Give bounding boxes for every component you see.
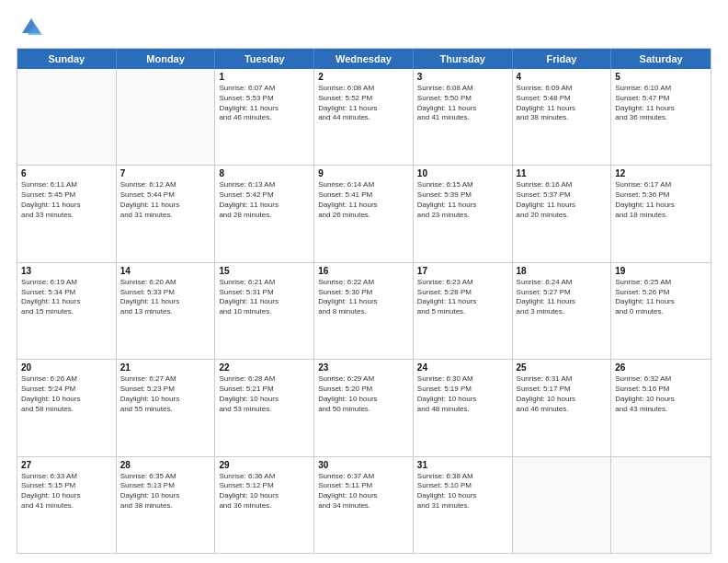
day-number: 3 — [417, 72, 508, 82]
day-info: Sunrise: 6:29 AM Sunset: 5:20 PM Dayligh… — [318, 374, 409, 414]
day-cell-16: 16Sunrise: 6:22 AM Sunset: 5:30 PM Dayli… — [314, 263, 414, 359]
day-number: 30 — [318, 460, 409, 470]
day-info: Sunrise: 6:14 AM Sunset: 5:41 PM Dayligh… — [318, 180, 409, 220]
day-info: Sunrise: 6:23 AM Sunset: 5:28 PM Dayligh… — [417, 278, 508, 317]
day-cell-25: 25Sunrise: 6:31 AM Sunset: 5:17 PM Dayli… — [513, 360, 612, 455]
day-number: 5 — [615, 72, 707, 82]
day-number: 31 — [417, 460, 508, 470]
weekday-header-tuesday: Tuesday — [215, 49, 314, 69]
day-number: 24 — [417, 362, 508, 373]
day-info: Sunrise: 6:37 AM Sunset: 5:11 PM Dayligh… — [318, 472, 409, 511]
day-cell-24: 24Sunrise: 6:30 AM Sunset: 5:19 PM Dayli… — [414, 360, 513, 455]
weekday-header-friday: Friday — [513, 49, 612, 69]
weekday-header-saturday: Saturday — [611, 49, 711, 69]
day-info: Sunrise: 6:24 AM Sunset: 5:27 PM Dayligh… — [517, 278, 608, 317]
day-cell-2: 2Sunrise: 6:08 AM Sunset: 5:52 PM Daylig… — [314, 69, 414, 165]
day-cell-8: 8Sunrise: 6:13 AM Sunset: 5:42 PM Daylig… — [215, 166, 314, 261]
empty-cell — [611, 457, 711, 553]
day-cell-7: 7Sunrise: 6:12 AM Sunset: 5:44 PM Daylig… — [117, 166, 216, 261]
week-row-5: 27Sunrise: 6:33 AM Sunset: 5:15 PM Dayli… — [17, 457, 711, 553]
day-cell-17: 17Sunrise: 6:23 AM Sunset: 5:28 PM Dayli… — [414, 263, 513, 359]
logo-icon — [18, 15, 44, 40]
day-cell-4: 4Sunrise: 6:09 AM Sunset: 5:48 PM Daylig… — [513, 69, 612, 165]
day-cell-22: 22Sunrise: 6:28 AM Sunset: 5:21 PM Dayli… — [215, 360, 314, 455]
day-cell-5: 5Sunrise: 6:10 AM Sunset: 5:47 PM Daylig… — [611, 69, 711, 165]
day-number: 4 — [517, 72, 608, 82]
day-cell-1: 1Sunrise: 6:07 AM Sunset: 5:53 PM Daylig… — [215, 69, 314, 165]
day-info: Sunrise: 6:36 AM Sunset: 5:12 PM Dayligh… — [219, 472, 310, 511]
day-cell-23: 23Sunrise: 6:29 AM Sunset: 5:20 PM Dayli… — [314, 360, 414, 455]
day-cell-21: 21Sunrise: 6:27 AM Sunset: 5:23 PM Dayli… — [117, 360, 216, 455]
day-number: 8 — [219, 168, 310, 178]
day-info: Sunrise: 6:30 AM Sunset: 5:19 PM Dayligh… — [417, 374, 508, 414]
day-info: Sunrise: 6:10 AM Sunset: 5:47 PM Dayligh… — [615, 84, 707, 123]
day-cell-27: 27Sunrise: 6:33 AM Sunset: 5:15 PM Dayli… — [17, 457, 117, 553]
calendar: SundayMondayTuesdayWednesdayThursdayFrid… — [17, 48, 711, 554]
weekday-header-thursday: Thursday — [414, 49, 513, 69]
day-number: 17 — [417, 266, 508, 276]
day-cell-10: 10Sunrise: 6:15 AM Sunset: 5:39 PM Dayli… — [414, 166, 513, 261]
day-number: 16 — [318, 266, 409, 276]
day-info: Sunrise: 6:31 AM Sunset: 5:17 PM Dayligh… — [517, 374, 608, 414]
day-info: Sunrise: 6:13 AM Sunset: 5:42 PM Dayligh… — [219, 180, 310, 220]
day-cell-31: 31Sunrise: 6:38 AM Sunset: 5:10 PM Dayli… — [414, 457, 513, 553]
empty-cell — [17, 69, 117, 165]
day-cell-3: 3Sunrise: 6:08 AM Sunset: 5:50 PM Daylig… — [414, 69, 513, 165]
day-number: 29 — [219, 460, 310, 470]
day-info: Sunrise: 6:33 AM Sunset: 5:15 PM Dayligh… — [21, 472, 112, 511]
day-cell-20: 20Sunrise: 6:26 AM Sunset: 5:24 PM Dayli… — [17, 360, 117, 455]
week-row-1: 1Sunrise: 6:07 AM Sunset: 5:53 PM Daylig… — [17, 69, 711, 166]
week-row-4: 20Sunrise: 6:26 AM Sunset: 5:24 PM Dayli… — [17, 360, 711, 456]
day-number: 25 — [517, 362, 608, 373]
page: SundayMondayTuesdayWednesdayThursdayFrid… — [0, 0, 728, 563]
day-cell-29: 29Sunrise: 6:36 AM Sunset: 5:12 PM Dayli… — [215, 457, 314, 553]
day-cell-9: 9Sunrise: 6:14 AM Sunset: 5:41 PM Daylig… — [314, 166, 414, 261]
day-info: Sunrise: 6:35 AM Sunset: 5:13 PM Dayligh… — [120, 472, 211, 511]
day-cell-26: 26Sunrise: 6:32 AM Sunset: 5:16 PM Dayli… — [611, 360, 711, 455]
day-info: Sunrise: 6:32 AM Sunset: 5:16 PM Dayligh… — [615, 374, 707, 414]
day-cell-6: 6Sunrise: 6:11 AM Sunset: 5:45 PM Daylig… — [17, 166, 117, 261]
day-info: Sunrise: 6:22 AM Sunset: 5:30 PM Dayligh… — [318, 278, 409, 317]
day-info: Sunrise: 6:08 AM Sunset: 5:52 PM Dayligh… — [318, 84, 409, 123]
day-number: 1 — [219, 72, 310, 82]
day-number: 13 — [21, 266, 112, 276]
calendar-header: SundayMondayTuesdayWednesdayThursdayFrid… — [17, 49, 711, 69]
day-info: Sunrise: 6:09 AM Sunset: 5:48 PM Dayligh… — [517, 84, 608, 123]
day-cell-12: 12Sunrise: 6:17 AM Sunset: 5:36 PM Dayli… — [611, 166, 711, 261]
day-info: Sunrise: 6:07 AM Sunset: 5:53 PM Dayligh… — [219, 84, 310, 123]
day-info: Sunrise: 6:08 AM Sunset: 5:50 PM Dayligh… — [417, 84, 508, 123]
day-info: Sunrise: 6:16 AM Sunset: 5:37 PM Dayligh… — [517, 180, 608, 220]
day-cell-28: 28Sunrise: 6:35 AM Sunset: 5:13 PM Dayli… — [117, 457, 216, 553]
day-number: 22 — [219, 362, 310, 373]
day-number: 20 — [21, 362, 112, 373]
day-cell-13: 13Sunrise: 6:19 AM Sunset: 5:34 PM Dayli… — [17, 263, 117, 359]
day-info: Sunrise: 6:19 AM Sunset: 5:34 PM Dayligh… — [21, 278, 112, 317]
header — [17, 17, 711, 40]
weekday-header-monday: Monday — [117, 49, 216, 69]
day-number: 7 — [120, 168, 211, 178]
day-info: Sunrise: 6:12 AM Sunset: 5:44 PM Dayligh… — [120, 180, 211, 220]
day-info: Sunrise: 6:20 AM Sunset: 5:33 PM Dayligh… — [120, 278, 211, 317]
day-number: 6 — [21, 168, 112, 178]
empty-cell — [513, 457, 612, 553]
day-cell-11: 11Sunrise: 6:16 AM Sunset: 5:37 PM Dayli… — [513, 166, 612, 261]
day-number: 19 — [615, 266, 707, 276]
day-number: 10 — [417, 168, 508, 178]
day-number: 11 — [517, 168, 608, 178]
day-info: Sunrise: 6:27 AM Sunset: 5:23 PM Dayligh… — [120, 374, 211, 414]
day-number: 23 — [318, 362, 409, 373]
week-row-3: 13Sunrise: 6:19 AM Sunset: 5:34 PM Dayli… — [17, 263, 711, 360]
day-info: Sunrise: 6:21 AM Sunset: 5:31 PM Dayligh… — [219, 278, 310, 317]
day-number: 18 — [517, 266, 608, 276]
day-cell-18: 18Sunrise: 6:24 AM Sunset: 5:27 PM Dayli… — [513, 263, 612, 359]
day-cell-15: 15Sunrise: 6:21 AM Sunset: 5:31 PM Dayli… — [215, 263, 314, 359]
day-cell-30: 30Sunrise: 6:37 AM Sunset: 5:11 PM Dayli… — [314, 457, 414, 553]
day-number: 2 — [318, 72, 409, 82]
empty-cell — [117, 69, 216, 165]
day-number: 28 — [120, 460, 211, 470]
day-number: 15 — [219, 266, 310, 276]
day-number: 26 — [615, 362, 707, 373]
weekday-header-wednesday: Wednesday — [314, 49, 414, 69]
day-number: 27 — [21, 460, 112, 470]
day-info: Sunrise: 6:38 AM Sunset: 5:10 PM Dayligh… — [417, 472, 508, 511]
